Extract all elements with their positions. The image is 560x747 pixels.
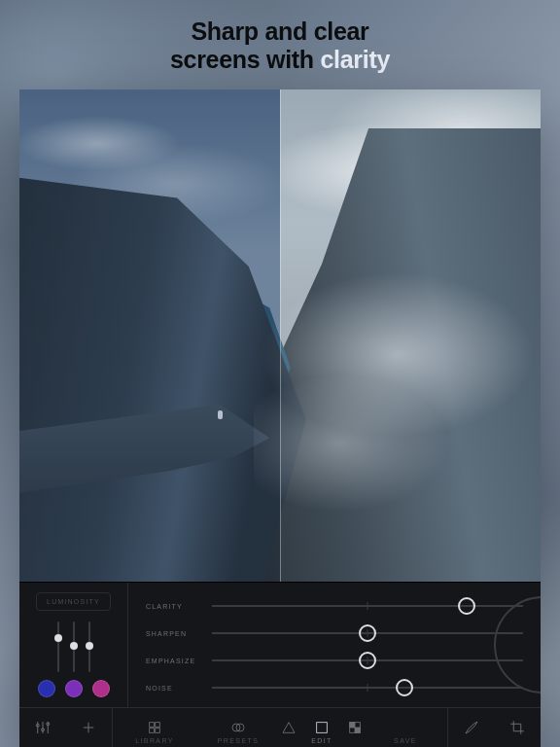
presets-icon (230, 720, 246, 735)
controls-panel: LUMINOSITY CLARITY (19, 582, 541, 747)
toolbar-save[interactable]: SAVE (364, 708, 447, 747)
svg-rect-12 (355, 728, 360, 732)
svg-rect-11 (350, 723, 355, 728)
mini-slider-2[interactable] (73, 622, 75, 672)
sharpen-slider[interactable] (212, 623, 523, 643)
svg-rect-4 (156, 723, 160, 728)
headline-line2: screens with clarity (170, 46, 390, 74)
color-swatches (19, 680, 127, 707)
svg-rect-3 (150, 723, 155, 728)
app-frame: LUMINOSITY CLARITY (19, 89, 541, 748)
toolbar-edit[interactable]: EDIT (280, 708, 364, 747)
slider-label: NOISE (146, 685, 198, 692)
add-icon[interactable] (66, 708, 113, 747)
noise-slider[interactable] (212, 678, 523, 697)
emphasize-slider[interactable] (212, 651, 523, 670)
triangle-icon[interactable] (281, 720, 297, 735)
mini-slider-1[interactable] (57, 622, 59, 672)
bottom-toolbar: LIBRARY PRESETS EDIT (19, 707, 541, 747)
clarity-slider[interactable] (212, 596, 523, 616)
luminosity-mode-button[interactable]: LUMINOSITY (36, 592, 111, 611)
color-dot-magenta[interactable] (92, 680, 110, 697)
toolbar-presets[interactable]: PRESETS (196, 708, 280, 747)
headline-line1: Sharp and clear (170, 18, 390, 46)
color-dot-purple[interactable] (65, 680, 83, 697)
slider-row-noise: NOISE (146, 674, 523, 701)
slider-label: EMPHASIZE (146, 658, 198, 664)
slider-column: CLARITY SHARPEN EMPHASIZE (128, 583, 541, 707)
tone-column: LUMINOSITY (19, 583, 128, 707)
slider-row-emphasize: EMPHASIZE (146, 647, 523, 674)
adjustments-icon[interactable] (19, 708, 66, 747)
svg-rect-6 (156, 729, 160, 733)
slider-label: CLARITY (146, 603, 198, 610)
edited-photo (19, 89, 541, 583)
slider-label: SHARPEN (146, 630, 198, 637)
photo-canvas[interactable] (19, 89, 541, 583)
slider-row-clarity: CLARITY (146, 592, 523, 620)
brush-icon[interactable] (448, 708, 495, 747)
tone-mini-sliders (19, 611, 127, 680)
before-after-divider[interactable] (280, 89, 281, 583)
toolbar-library[interactable]: LIBRARY (113, 708, 196, 747)
crop-icon[interactable] (495, 708, 542, 747)
checker-icon[interactable] (347, 720, 363, 735)
headline-highlight: clarity (320, 46, 390, 73)
mini-slider-3[interactable] (88, 622, 90, 672)
library-icon (147, 720, 162, 735)
square-icon[interactable] (314, 720, 330, 735)
promo-headline: Sharp and clear screens with clarity (170, 18, 390, 74)
svg-rect-9 (317, 723, 328, 733)
svg-rect-5 (150, 729, 155, 733)
color-dot-blue[interactable] (38, 680, 55, 697)
slider-row-sharpen: SHARPEN (146, 620, 523, 647)
